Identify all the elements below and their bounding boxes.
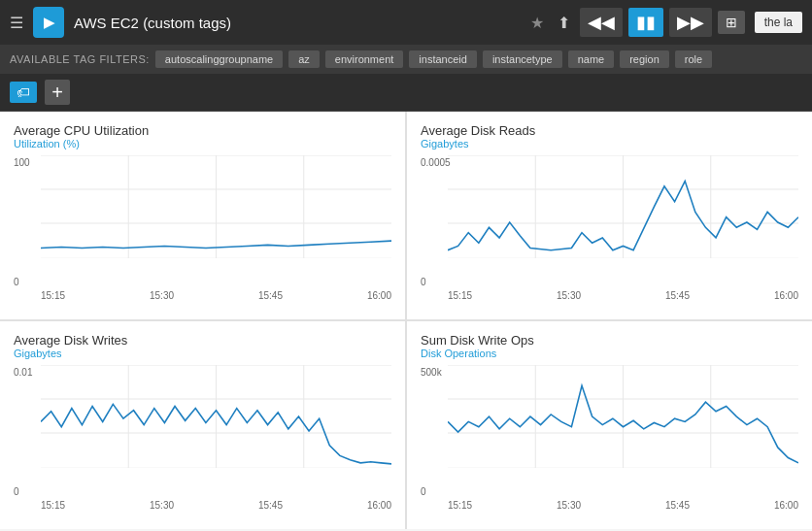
playback-controls: ◀◀ ▮▮ ▶▶ ⊞: [580, 8, 745, 37]
x-labels-cpu: 15:15 15:30 15:45 16:00: [41, 290, 391, 301]
x-label: 15:45: [258, 500, 283, 511]
x-label: 15:45: [665, 500, 690, 511]
header: ☰ ▶ AWS EC2 (custom tags) ★ ⬆ ◀◀ ▮▮ ▶▶ ⊞…: [0, 0, 812, 45]
chart-subtitle-disk-write-ops: Disk Operations: [421, 348, 798, 359]
tag-pill-region[interactable]: region: [620, 50, 669, 68]
chart-svg-cpu: [41, 155, 391, 258]
x-labels-disk-reads: 15:15 15:30 15:45 16:00: [448, 290, 798, 301]
chart-area-disk-write-ops: 500k 0 15:15 15:30 15:45 16:00: [421, 365, 798, 511]
x-labels-disk-write-ops: 15:15 15:30 15:45 16:00: [448, 500, 798, 511]
tag-pill-az[interactable]: az: [288, 50, 320, 68]
x-label: 15:45: [258, 290, 283, 301]
tag-action-bar: 🏷 +: [0, 74, 812, 112]
x-label: 15:30: [150, 500, 174, 511]
menu-icon[interactable]: ☰: [10, 14, 23, 32]
grid-view-button[interactable]: ⊞: [718, 11, 745, 34]
chart-panel-disk-reads: Average Disk Reads Gigabytes 0.0005 0 15…: [407, 112, 812, 319]
pause-button[interactable]: ▮▮: [628, 8, 663, 37]
chart-subtitle-cpu: Utilization (%): [14, 138, 391, 149]
charts-grid: Average CPU Utilization Utilization (%) …: [0, 112, 812, 529]
add-filter-button[interactable]: +: [45, 80, 70, 105]
app-logo: ▶: [33, 7, 64, 38]
x-label: 15:15: [41, 500, 65, 511]
chart-title-disk-write-ops: Sum Disk Write Ops: [421, 333, 798, 348]
y-top-disk-write-ops: 500k: [421, 367, 442, 378]
tab-label: the la: [755, 12, 802, 33]
tag-icon-button[interactable]: 🏷: [10, 82, 37, 103]
tag-pill-name[interactable]: name: [568, 50, 615, 68]
x-label: 15:15: [448, 290, 472, 301]
y-top-disk-writes: 0.01: [14, 367, 32, 378]
x-label: 15:30: [150, 290, 174, 301]
star-icon[interactable]: ★: [530, 14, 544, 32]
chart-subtitle-disk-writes: Gigabytes: [14, 348, 391, 359]
x-labels-disk-writes: 15:15 15:30 15:45 16:00: [41, 500, 391, 511]
tag-pill-autoscaling[interactable]: autoscalinggroupname: [155, 50, 283, 68]
tag-filters-bar: AVAILABLE TAG FILTERS: autoscalinggroupn…: [0, 45, 812, 74]
chart-area-disk-reads: 0.0005 0 15:15 15:30 15:45 16:00: [421, 155, 798, 301]
tag-pill-instancetype[interactable]: instancetype: [483, 50, 562, 68]
chart-area-cpu: 100 0 15:15 15:30 15:45 16:00: [14, 155, 391, 301]
chart-svg-disk-reads: [448, 155, 798, 258]
skip-back-button[interactable]: ◀◀: [580, 8, 623, 37]
share-icon[interactable]: ⬆: [558, 14, 570, 32]
x-label: 16:00: [774, 500, 798, 511]
y-bottom-disk-reads: 0: [421, 277, 426, 287]
chart-panel-cpu: Average CPU Utilization Utilization (%) …: [0, 112, 405, 319]
y-top-cpu: 100: [14, 157, 30, 168]
y-bottom-disk-write-ops: 0: [421, 486, 426, 497]
x-label: 16:00: [774, 290, 798, 301]
x-label: 15:45: [665, 290, 690, 301]
chart-svg-disk-write-ops: [448, 365, 798, 468]
chart-title-disk-reads: Average Disk Reads: [421, 123, 798, 138]
y-top-disk-reads: 0.0005: [421, 157, 451, 168]
chart-svg-disk-writes: [41, 365, 391, 468]
x-label: 16:00: [367, 500, 391, 511]
chart-panel-disk-writes: Average Disk Writes Gigabytes 0.01 0 15:…: [0, 321, 405, 529]
tag-pill-environment[interactable]: environment: [325, 50, 404, 68]
x-label: 16:00: [367, 290, 391, 301]
x-label: 15:30: [557, 290, 581, 301]
tag-pill-role[interactable]: role: [675, 50, 712, 68]
chart-title-disk-writes: Average Disk Writes: [14, 333, 391, 348]
chart-panel-disk-write-ops: Sum Disk Write Ops Disk Operations 500k …: [407, 321, 812, 529]
chart-subtitle-disk-reads: Gigabytes: [421, 138, 798, 149]
y-bottom-cpu: 0: [14, 277, 19, 287]
x-label: 15:15: [41, 290, 65, 301]
page-title: AWS EC2 (custom tags): [74, 15, 521, 31]
x-label: 15:15: [448, 500, 472, 511]
chart-title-cpu: Average CPU Utilization: [14, 123, 391, 138]
tag-filters-label: AVAILABLE TAG FILTERS:: [10, 53, 150, 65]
chart-area-disk-writes: 0.01 0 15:15 15:30 15:45 16:00: [14, 365, 391, 511]
x-label: 15:30: [557, 500, 581, 511]
skip-forward-button[interactable]: ▶▶: [669, 8, 712, 37]
y-bottom-disk-writes: 0: [14, 486, 19, 497]
tag-pill-instanceid[interactable]: instanceid: [409, 50, 477, 68]
